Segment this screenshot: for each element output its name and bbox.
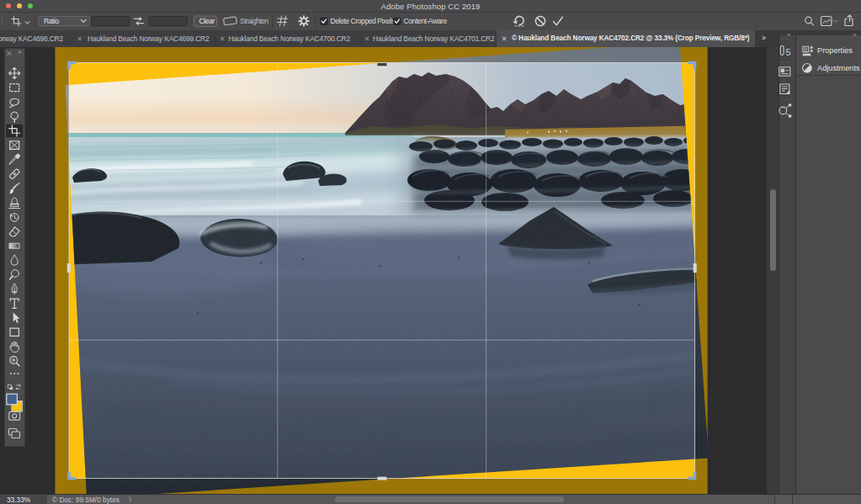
svg-text:Content-Aware: Content-Aware [404, 17, 448, 25]
svg-text:Straighten: Straighten [240, 17, 269, 25]
svg-text:5: 5 [786, 47, 791, 57]
svg-text:Ratio: Ratio [44, 17, 60, 25]
svg-text:Clear: Clear [199, 17, 215, 25]
svg-text:Delete Cropped Pixels: Delete Cropped Pixels [331, 17, 395, 25]
